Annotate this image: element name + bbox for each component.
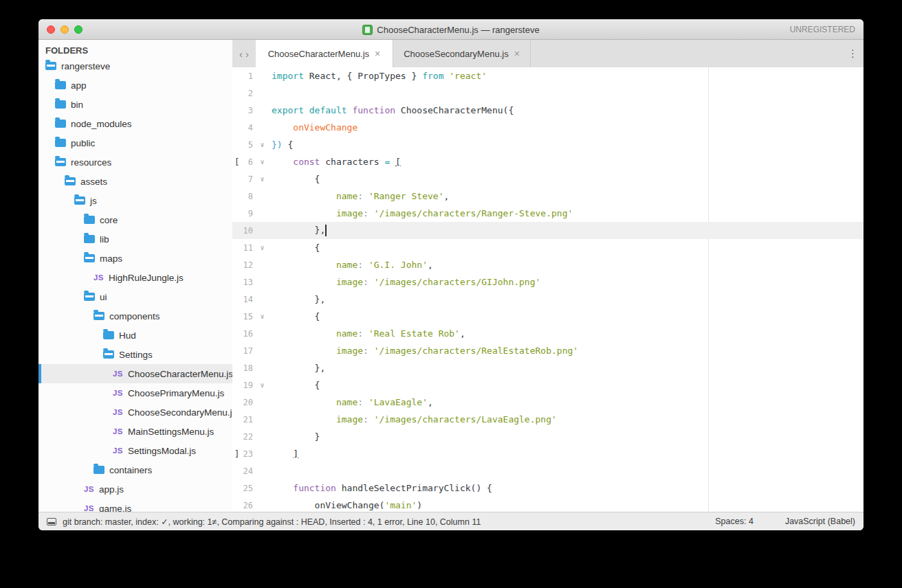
js-file-icon: JS <box>113 446 124 455</box>
sidebar-item-resources[interactable]: resources <box>38 152 232 172</box>
code-line-20[interactable]: 20 name: 'LavaEagle', <box>232 394 864 411</box>
sidebar-item-mainsettingsmenu-js[interactable]: JSMainSettingsMenu.js <box>38 422 232 441</box>
fold-arrow-icon[interactable]: ∨ <box>253 313 272 320</box>
line-number[interactable]: 15 <box>239 312 253 321</box>
sidebar-item-app[interactable]: app <box>38 76 232 95</box>
line-number[interactable]: 1 <box>239 71 253 81</box>
sidebar-item-containers[interactable]: containers <box>38 460 232 479</box>
app-window: ChooseCharacterMenu.js — rangersteve UNR… <box>38 19 864 530</box>
panel-toggle-icon[interactable] <box>47 518 56 525</box>
code-line-22[interactable]: 22 } <box>232 428 864 445</box>
code-line-1[interactable]: 1import React, { PropTypes } from 'react… <box>232 67 864 84</box>
line-number[interactable]: 25 <box>239 484 253 493</box>
git-status-text[interactable]: git branch: master, index: ✓, working: 1… <box>63 517 481 527</box>
code-line-2[interactable]: 2 <box>232 84 864 102</box>
code-line-8[interactable]: 8 name: 'Ranger Steve', <box>232 188 864 205</box>
line-number[interactable]: 17 <box>239 346 253 356</box>
sidebar-item-highrulejungle-js[interactable]: JSHighRuleJungle.js <box>38 268 232 287</box>
line-number[interactable]: 26 <box>239 501 253 510</box>
line-number[interactable]: 20 <box>239 398 253 407</box>
code-line-7[interactable]: 7∨ { <box>232 170 864 188</box>
line-number[interactable]: 8 <box>239 192 253 201</box>
code-line-4[interactable]: 4 onViewChange <box>232 119 864 136</box>
line-number[interactable]: 9 <box>239 209 253 218</box>
fold-arrow-icon[interactable]: ∨ <box>253 381 272 389</box>
folder-icon <box>55 120 66 128</box>
sidebar-item-node-modules[interactable]: node_modules <box>38 114 232 133</box>
sidebar-item-chooseprimarymenu-js[interactable]: JSChoosePrimaryMenu.js <box>38 383 232 403</box>
tab-close-icon[interactable]: × <box>375 48 380 59</box>
tab-overflow-icon[interactable]: ⋮ <box>848 40 858 67</box>
sidebar-item-components[interactable]: components <box>38 306 232 326</box>
sidebar-item-ui[interactable]: ui <box>38 287 232 306</box>
tab-close-icon[interactable]: × <box>514 48 520 59</box>
line-number[interactable]: 11 <box>239 243 253 253</box>
line-number[interactable]: 13 <box>239 278 253 287</box>
tab-choosesecondarymenu-js[interactable]: ChooseSecondaryMenu.js× <box>393 40 531 67</box>
line-number[interactable]: 2 <box>239 89 253 98</box>
sidebar-item-app-js[interactable]: JSapp.js <box>38 479 232 499</box>
sidebar-item-core[interactable]: core <box>38 210 232 229</box>
sidebar-item-lib[interactable]: lib <box>38 229 232 249</box>
line-number[interactable]: 19 <box>239 381 253 390</box>
line-number[interactable]: 22 <box>239 432 253 442</box>
code-editor[interactable]: 1import React, { PropTypes } from 'react… <box>232 67 864 512</box>
tab-choosecharactermenu-js[interactable]: ChooseCharacterMenu.js× <box>256 40 393 67</box>
fold-arrow-icon[interactable]: ∨ <box>253 175 272 183</box>
line-number[interactable]: 16 <box>239 329 253 339</box>
fold-arrow-icon[interactable]: ∨ <box>253 141 272 148</box>
code-line-25[interactable]: 25 function handleSelectPrimaryClick() { <box>232 479 864 497</box>
line-number[interactable]: 21 <box>239 415 253 425</box>
line-number[interactable]: 6 <box>239 157 253 167</box>
code-line-5[interactable]: 5∨}) { <box>232 136 864 153</box>
code-line-23[interactable]: ]23 ] <box>232 445 864 462</box>
sidebar-item-choosesecondarymenu-js[interactable]: JSChooseSecondaryMenu.js <box>38 403 232 422</box>
code-line-10[interactable]: 10 }, <box>232 222 864 239</box>
indentation-setting[interactable]: Spaces: 4 <box>715 517 754 526</box>
tab-forward-icon[interactable]: › <box>245 48 249 60</box>
sidebar-item-hud[interactable]: Hud <box>38 326 232 345</box>
line-number[interactable]: 12 <box>239 260 253 270</box>
sidebar-item-game-js[interactable]: JSgame.js <box>38 499 232 512</box>
code-line-9[interactable]: 9 image: '/images/characters/Ranger-Stev… <box>232 205 864 222</box>
sidebar-item-maps[interactable]: maps <box>38 249 232 268</box>
fold-arrow-icon[interactable]: ∨ <box>253 244 272 251</box>
code-text: const characters = [ <box>272 157 401 167</box>
code-line-17[interactable]: 17 image: '/images/characters/RealEstate… <box>232 342 864 359</box>
sidebar-item-settingsmodal-js[interactable]: JSSettingsModal.js <box>38 441 232 460</box>
code-line-16[interactable]: 16 name: 'Real Estate Rob', <box>232 325 864 342</box>
line-number[interactable]: 7 <box>239 174 253 184</box>
code-line-13[interactable]: 13 image: '/images/characters/GIJohn.png… <box>232 273 864 291</box>
tab-back-icon[interactable]: ‹ <box>239 48 243 60</box>
sidebar-item-js[interactable]: js <box>38 191 232 210</box>
sidebar-item-assets[interactable]: assets <box>38 172 232 191</box>
code-line-21[interactable]: 21 image: '/images/characters/LavaEagle.… <box>232 411 864 428</box>
line-number[interactable]: 18 <box>239 363 253 373</box>
code-line-26[interactable]: 26 onViewChange('main') <box>232 497 864 512</box>
sidebar-item-bin[interactable]: bin <box>38 95 232 114</box>
sidebar-item-label: containers <box>109 465 152 475</box>
sidebar-item-label: js <box>90 196 97 206</box>
line-number[interactable]: 5 <box>239 140 253 150</box>
code-line-12[interactable]: 12 name: 'G.I. John', <box>232 256 864 273</box>
line-number[interactable]: 23 <box>239 449 253 459</box>
code-line-3[interactable]: 3export default function ChooseCharacter… <box>232 102 864 119</box>
line-number[interactable]: 10 <box>239 226 253 236</box>
code-line-18[interactable]: 18 }, <box>232 359 864 376</box>
line-number[interactable]: 3 <box>239 106 253 115</box>
line-number[interactable]: 24 <box>239 466 253 476</box>
syntax-setting[interactable]: JavaScript (Babel) <box>785 517 855 526</box>
line-number[interactable]: 14 <box>239 295 253 304</box>
code-line-14[interactable]: 14 }, <box>232 291 864 308</box>
sidebar-item-choosecharactermenu-js[interactable]: JSChooseCharacterMenu.js <box>38 364 232 383</box>
line-number[interactable]: 4 <box>239 123 253 133</box>
sidebar-item-rangersteve[interactable]: rangersteve <box>38 56 232 76</box>
code-line-6[interactable]: [6∨ const characters = [ <box>232 153 864 170</box>
code-line-11[interactable]: 11∨ { <box>232 239 864 256</box>
sidebar-item-settings[interactable]: Settings <box>38 345 232 364</box>
code-line-19[interactable]: 19∨ { <box>232 376 864 394</box>
code-line-24[interactable]: 24 <box>232 462 864 479</box>
sidebar-item-public[interactable]: public <box>38 133 232 152</box>
fold-arrow-icon[interactable]: ∨ <box>253 158 272 166</box>
code-line-15[interactable]: 15∨ { <box>232 308 864 325</box>
